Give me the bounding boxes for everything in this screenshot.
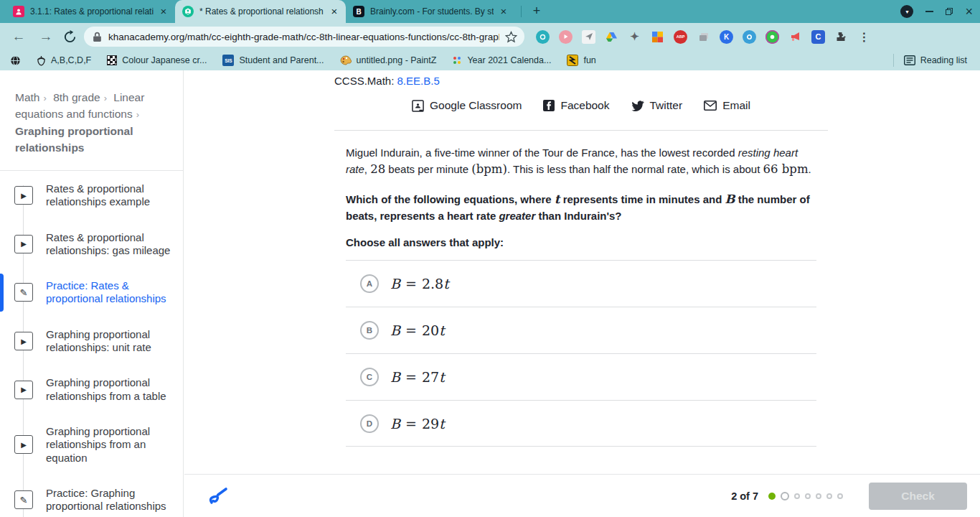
calendar-extension-icon[interactable] — [651, 30, 664, 44]
tab-3[interactable]: B Brainly.com - For students. By st × — [346, 0, 515, 23]
color-dots-icon — [452, 55, 462, 65]
megaphone-extension-icon[interactable] — [788, 30, 802, 44]
breadcrumb-math[interactable]: Math — [15, 91, 39, 103]
bookmark-paintz[interactable]: untitled.png - PaintZ — [340, 55, 437, 65]
shield-extension-icon[interactable] — [536, 30, 550, 44]
adblock-plus-extension-icon[interactable]: ABP — [674, 30, 687, 44]
lock-icon — [93, 32, 102, 42]
window-controls: ▼ × — [900, 0, 973, 23]
bookmark-fun[interactable]: fun — [567, 55, 595, 66]
puzzle-extensions-icon[interactable] — [834, 30, 848, 44]
bookmark-student-parent[interactable]: SIS Student and Parent... — [222, 55, 324, 66]
google-classroom-icon — [412, 100, 424, 112]
scratchpad-icon[interactable] — [208, 486, 230, 506]
back-icon[interactable]: ← — [10, 29, 27, 45]
sidebar-item-practice-2[interactable]: ✎ Practice: Graphing proportional relati… — [0, 487, 183, 513]
ccss-link[interactable]: 8.EE.B.5 — [397, 75, 440, 87]
email-envelope-icon — [704, 101, 717, 111]
swirl-blue-extension-icon[interactable] — [743, 30, 756, 44]
url-bar[interactable]: khanacademy.org/math/cc-eighth-grade-mat… — [84, 27, 524, 47]
exercise-content: CCSS.Math: 8.EE.B.5 Google Classroom Fac… — [184, 70, 980, 474]
breadcrumb-8th-grade[interactable]: 8th grade — [53, 91, 100, 103]
tab-close-icon[interactable]: × — [158, 6, 169, 17]
browser-toolbar: ← → khanacademy.org/math/cc-eighth-grade… — [0, 23, 980, 50]
tab-strip: 3.1.1: Rates & proportional relati × * R… — [0, 0, 980, 23]
share-google-classroom[interactable]: Google Classroom — [412, 99, 522, 112]
restore-window-icon[interactable] — [946, 8, 953, 15]
kami-k-extension-icon[interactable]: K — [720, 30, 733, 44]
video-icon: ▶ — [14, 186, 33, 205]
progress-text: 2 of 7 — [731, 490, 758, 502]
choice-radio-c[interactable]: C — [360, 368, 379, 386]
choice-equation: B=29t — [390, 416, 445, 432]
new-tab-button[interactable]: + — [528, 3, 545, 20]
progress-dot-current — [781, 492, 789, 500]
lesson-list: ▶ Rates & proportional relationships exa… — [0, 171, 183, 513]
forward-icon[interactable]: → — [37, 29, 55, 45]
share-facebook[interactable]: Facebook — [543, 99, 609, 112]
choose-instruction: Choose all answers that apply: — [346, 235, 812, 251]
answer-choice-a[interactable]: A B=2.8t — [346, 260, 816, 307]
reading-list-button[interactable]: Reading list — [904, 55, 967, 65]
share-row: Google Classroom Facebook Twitter Email — [334, 99, 828, 112]
lesson-sidebar: Math› 8th grade› Linear equations and fu… — [0, 70, 184, 517]
kebab-menu-icon[interactable]: ⋮ — [857, 30, 871, 44]
choice-radio-a[interactable]: A — [360, 274, 379, 293]
extensions-row: ✦ ABP K C ⋮ — [536, 30, 871, 44]
check-button[interactable]: Check — [869, 483, 967, 510]
send-plane-extension-icon[interactable] — [582, 30, 595, 44]
bookmark-colour-japanese[interactable]: Colour Japanese cr... — [107, 55, 207, 65]
sidebar-item-practice-active[interactable]: ✎ Practice: Rates & proportional relatio… — [0, 279, 183, 306]
close-window-icon[interactable]: × — [965, 6, 973, 17]
google-drive-extension-icon[interactable] — [605, 30, 618, 44]
windows-stack-extension-icon[interactable] — [697, 30, 710, 44]
pointer-pink-extension-icon[interactable] — [559, 30, 573, 44]
answer-choice-d[interactable]: D B=29t — [346, 400, 816, 447]
progress-dot — [816, 493, 821, 499]
sidebar-item-video-4[interactable]: ▶ Graphing proportional relationships fr… — [0, 376, 183, 403]
person-badge-icon — [13, 6, 24, 17]
reading-list-icon — [904, 55, 915, 65]
globe-icon — [10, 55, 21, 66]
video-icon: ▶ — [14, 332, 33, 350]
question-paragraph: Miguel Indurain, a five-time winner of t… — [346, 145, 812, 178]
bookmarks-bar: A,B,C,D,F Colour Japanese cr... SIS Stud… — [0, 50, 980, 70]
reload-icon[interactable] — [63, 30, 77, 44]
answer-choice-b[interactable]: B B=20t — [346, 307, 816, 353]
minimize-icon[interactable] — [925, 11, 933, 12]
ring-green-extension-icon[interactable] — [765, 30, 779, 44]
tab-close-icon[interactable]: × — [498, 6, 509, 17]
tab-1[interactable]: 3.1.1: Rates & proportional relati × — [6, 0, 175, 23]
share-email[interactable]: Email — [704, 99, 750, 112]
palette-icon — [340, 55, 352, 65]
bookmarks-separator — [893, 54, 894, 67]
choice-equation: B=20t — [390, 322, 445, 338]
bookmark-globe[interactable] — [10, 55, 21, 66]
answer-choice-c[interactable]: C B=27t — [346, 353, 816, 400]
acorn-icon — [37, 55, 46, 66]
sidebar-item-video-3[interactable]: ▶ Graphing proportional relationships: u… — [0, 328, 183, 355]
bookmark-abcdf[interactable]: A,B,C,D,F — [37, 55, 91, 66]
content-divider — [334, 130, 828, 131]
bookmark-star-icon[interactable] — [505, 31, 517, 43]
choice-equation: B=27t — [390, 369, 445, 385]
progress-dot — [805, 493, 811, 499]
sis-badge-icon: SIS — [222, 55, 234, 66]
browser-menu-avatar-icon[interactable]: ▼ — [900, 5, 913, 18]
compass-extension-icon[interactable]: ✦ — [628, 30, 641, 44]
bookmark-year-2021[interactable]: Year 2021 Calenda... — [452, 55, 551, 65]
choice-radio-b[interactable]: B — [360, 321, 379, 340]
url-text: khanacademy.org/math/cc-eighth-grade-mat… — [108, 32, 499, 42]
clever-c-extension-icon[interactable]: C — [811, 30, 825, 44]
sidebar-item-video-5[interactable]: ▶ Graphing proportional relationships fr… — [0, 425, 183, 465]
tab-2-active[interactable]: * Rates & proportional relationsh × — [175, 0, 346, 23]
share-twitter[interactable]: Twitter — [631, 99, 683, 112]
choice-radio-d[interactable]: D — [360, 414, 379, 433]
facebook-icon — [543, 100, 555, 111]
sidebar-item-video-1[interactable]: ▶ Rates & proportional relationships exa… — [0, 182, 183, 209]
progress-dot — [826, 493, 832, 499]
tab-title: 3.1.1: Rates & proportional relati — [30, 6, 154, 17]
question-prompt: Which of the following equations, where … — [346, 191, 812, 224]
tab-close-icon[interactable]: × — [329, 6, 340, 17]
sidebar-item-video-2[interactable]: ▶ Rates & proportional relationships: ga… — [0, 231, 183, 258]
